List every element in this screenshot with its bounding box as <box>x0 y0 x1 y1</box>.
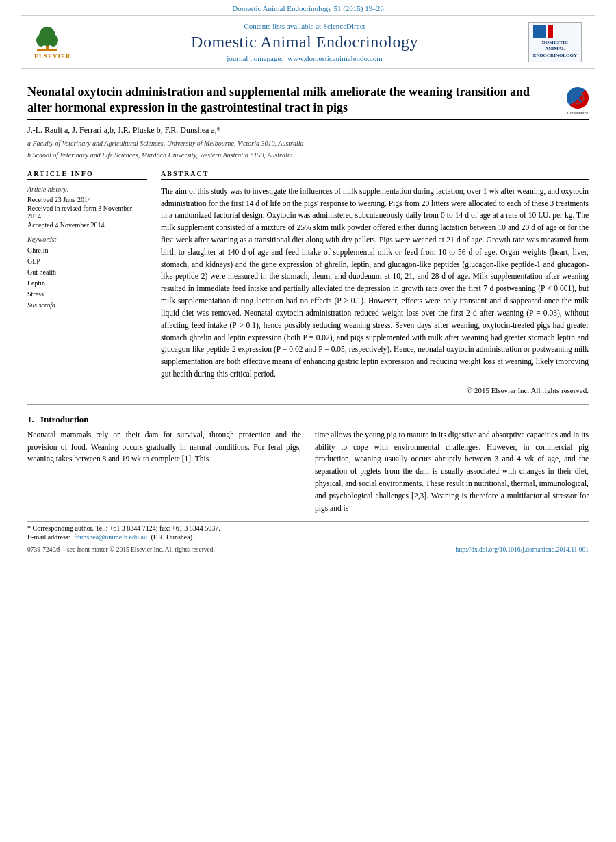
logo-blue-square <box>533 25 546 38</box>
article-info-abstract: ARTICLE INFO Article history: Received 2… <box>27 170 589 394</box>
logo-red-bar <box>548 25 553 38</box>
contents-line: Contents lists available at ScienceDirec… <box>82 22 527 30</box>
sciencedirect-link[interactable]: ScienceDirect <box>323 22 365 30</box>
authors-line: J.-L. Rault a, J. Ferrari a,b, J.R. Plus… <box>27 125 589 136</box>
logo-text: DOMESTIC ANIMAL ENDOCRINOLOGY <box>533 40 577 58</box>
article-title-section: Neonatal oxytocin administration and sup… <box>27 76 589 120</box>
contents-text: Contents lists available at <box>244 22 321 30</box>
journal-header-center: Contents lists available at ScienceDirec… <box>82 22 527 62</box>
keywords-label: Keywords: <box>27 235 147 243</box>
journal-header: ELSEVIER Contents lists available at Sci… <box>21 15 595 69</box>
email-address[interactable]: fdunshea@unimelb.edu.au <box>74 533 147 541</box>
section-divider <box>27 404 589 405</box>
email-label: E-mail address: <box>27 533 70 541</box>
svg-point-3 <box>49 34 58 47</box>
affiliation-b: b School of Veterinary and Life Sciences… <box>27 150 589 160</box>
abstract-text: The aim of this study was to investigate… <box>161 186 589 381</box>
bottom-bar: 0739-7240/$ – see front matter © 2015 El… <box>27 544 589 553</box>
authors-text: J.-L. Rault a, J. Ferrari a,b, J.R. Plus… <box>27 125 221 135</box>
homepage-label: journal homepage: <box>227 54 283 62</box>
intro-left-text: Neonatal mammals rely on their dam for s… <box>27 429 301 465</box>
intro-right-text: time allows the young pig to mature in i… <box>315 429 589 515</box>
crossmark-circle <box>567 87 589 109</box>
introduction-section: 1. Introduction Neonatal mammals rely on… <box>27 414 589 515</box>
homepage-url[interactable]: www.domesticanimalendo.com <box>287 54 383 62</box>
history-label: Article history: <box>27 186 147 193</box>
keyword-gut-health: Gut health <box>27 267 147 278</box>
footnote-area: * Corresponding author. Tel.: +61 3 8344… <box>27 521 589 541</box>
journal-citation-text[interactable]: Domestic Animal Endocrinology 51 (2015) … <box>232 4 384 12</box>
elsevier-logo: ELSEVIER <box>34 25 82 60</box>
affiliation-a: a Faculty of Veterinary and Agricultural… <box>27 138 589 149</box>
article-title: Neonatal oxytocin administration and sup… <box>27 84 556 116</box>
elsevier-text: ELSEVIER <box>34 53 71 60</box>
intro-heading: Introduction <box>40 414 89 424</box>
abstract-header: ABSTRACT <box>161 170 589 180</box>
copyright-line: © 2015 Elsevier Inc. All rights reserved… <box>161 386 589 394</box>
received1-date: Received 23 June 2014 <box>27 196 147 203</box>
keyword-sus-scrofa: Sus scrofa <box>27 300 147 311</box>
svg-point-2 <box>36 34 46 47</box>
intro-left-col: Neonatal mammals rely on their dam for s… <box>27 429 301 515</box>
journal-logo-box: DOMESTIC ANIMAL ENDOCRINOLOGY <box>528 22 582 62</box>
footnote-corresponding-text: * Corresponding author. Tel.: +61 3 8344… <box>27 524 220 532</box>
intro-two-col: Neonatal mammals rely on their dam for s… <box>27 429 589 515</box>
issn-text: 0739-7240/$ – see front matter © 2015 El… <box>27 546 215 553</box>
keyword-ghrelin: Ghrelin <box>27 245 147 256</box>
footnote-corresponding: * Corresponding author. Tel.: +61 3 8344… <box>27 524 589 532</box>
footnote-email: E-mail address: fdunshea@unimelb.edu.au … <box>27 533 589 541</box>
intro-right-col: time allows the young pig to mature in i… <box>315 429 589 515</box>
journal-title: Domestic Animal Endocrinology <box>82 33 527 51</box>
abstract-paragraph: The aim of this study was to investigate… <box>161 186 589 381</box>
article-info-col: ARTICLE INFO Article history: Received 2… <box>27 170 147 394</box>
keyword-stress: Stress <box>27 289 147 300</box>
received2-date: Received in revised form 3 November 2014 <box>27 205 147 220</box>
journal-logo-right: DOMESTIC ANIMAL ENDOCRINOLOGY <box>527 22 582 62</box>
journal-homepage: journal homepage: www.domesticanimalendo… <box>82 54 527 62</box>
journal-citation: Domestic Animal Endocrinology 51 (2015) … <box>0 0 616 15</box>
crossmark-text: CrossMark <box>567 110 589 116</box>
keyword-leptin: Leptin <box>27 278 147 289</box>
intro-number: 1. <box>27 414 34 424</box>
intro-title: 1. Introduction <box>27 414 589 425</box>
accepted-date: Accepted 4 November 2014 <box>27 221 147 229</box>
doi-link[interactable]: http://dx.doi.org/10.1016/j.domaniend.20… <box>456 546 589 553</box>
keyword-glp: GLP <box>27 256 147 267</box>
article-info-header: ARTICLE INFO <box>27 170 147 180</box>
email-person: (F.R. Dunshea). <box>151 533 194 541</box>
abstract-col: ABSTRACT The aim of this study was to in… <box>161 170 589 394</box>
article-main: Neonatal oxytocin administration and sup… <box>0 69 616 521</box>
crossmark-logo: CrossMark <box>567 87 589 116</box>
